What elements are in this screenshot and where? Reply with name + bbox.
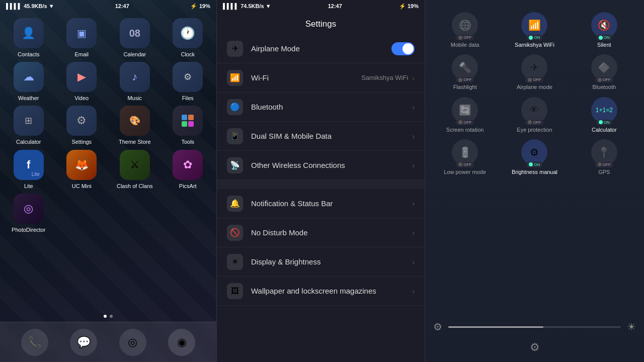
settings-label-bluetooth: Bluetooth: [251, 103, 412, 111]
settings-icon-dualsim: 📱: [227, 128, 243, 144]
qs-toggle-flashlight: OFF: [456, 77, 474, 82]
dock-phone[interactable]: 📞: [21, 329, 48, 356]
signal-icon: ▌▌▌▌: [6, 3, 22, 9]
chevron-dualsim: ›: [412, 132, 415, 140]
settings-list: ✈Airplane Mode📶Wi-FiSamikshya WiFi›🔵Blue…: [217, 34, 425, 362]
qs-item-eyeprotection[interactable]: 👁OFFEye protection: [503, 97, 566, 133]
qs-item-silent[interactable]: 🔇ONSilent: [573, 12, 636, 48]
app-tools[interactable]: Tools: [164, 106, 213, 145]
settings-signal: ▌▌▌▌: [223, 3, 238, 9]
qs-brightness-icon[interactable]: ☀: [627, 321, 636, 333]
app-photodirector[interactable]: ◎PhotoDirector: [4, 194, 53, 233]
qs-toggle-dot-flashlight: [458, 78, 462, 82]
app-calculator[interactable]: ⊞Calculator: [4, 106, 53, 145]
qs-toggle-screenrotation: OFF: [456, 120, 474, 125]
app-icon-clock: 🕐: [173, 18, 203, 48]
app-label-files: Files: [182, 95, 194, 102]
page-dots: [0, 311, 216, 322]
home-time: 12:47: [115, 3, 129, 9]
settings-item-display[interactable]: ☀Display & Brightness›: [217, 247, 425, 277]
app-files[interactable]: ⚙Files: [164, 62, 213, 102]
qs-label-calculator: Calculator: [592, 126, 617, 133]
qs-icon-samikshyawifi: 📶ON: [521, 12, 547, 38]
home-screen: ▌▌▌▌ 45.9KB/s ▼ 12:47 ⚡ 19% 👤Contacts▣Em…: [0, 0, 216, 362]
dock-messages[interactable]: 💬: [70, 329, 97, 356]
app-weather[interactable]: ☁Weather: [4, 62, 53, 102]
quick-settings-grid: 🌐OFFMobile data📶ONSamikshya WiFi🔇ONSilen…: [433, 12, 636, 175]
app-calendar[interactable]: 08Calendar: [110, 18, 159, 58]
app-contacts[interactable]: 👤Contacts: [4, 18, 53, 58]
qs-item-samikshyawifi[interactable]: 📶ONSamikshya WiFi: [503, 12, 566, 48]
qs-toggle-dot-calculator: [599, 120, 603, 124]
brightness-bar[interactable]: [448, 326, 621, 328]
settings-item-bluetooth[interactable]: 🔵Bluetooth›: [217, 93, 425, 122]
app-lite[interactable]: fLiteLite: [4, 150, 53, 190]
status-left: ▌▌▌▌ 45.9KB/s ▼: [6, 3, 54, 9]
app-label-email: Email: [74, 51, 89, 58]
chevron-wallpaper: ›: [412, 287, 415, 295]
settings-item-wallpaper[interactable]: 🖼Wallpaper and lockscreen magazines›: [217, 277, 425, 306]
qs-item-bluetooth[interactable]: 🔷OFFBluetooth: [573, 54, 636, 90]
settings-item-airplane[interactable]: ✈Airplane Mode: [217, 34, 425, 63]
settings-icon-wallpaper: 🖼: [227, 283, 243, 299]
qs-icon-glyph-airplanemode: ✈: [530, 61, 539, 73]
settings-icon-notification: 🔔: [227, 196, 243, 212]
qs-gear-bottom[interactable]: ⚙: [530, 341, 540, 354]
settings-item-notification[interactable]: 🔔Notification & Status Bar›: [217, 189, 425, 218]
qs-icon-airplanemode: ✈OFF: [521, 54, 547, 80]
settings-item-otherwireless[interactable]: 📡Other Wireless Connections›: [217, 151, 425, 180]
toggle-knob-airplane: [403, 43, 414, 54]
app-icon-settings: ⚙: [66, 106, 97, 136]
app-picsart[interactable]: ✿PicsArt: [164, 150, 213, 190]
dock-browser[interactable]: ◉: [168, 329, 195, 356]
settings-speed: 74.5KB/s ▼: [240, 3, 271, 9]
qs-item-flashlight[interactable]: 🔦OFFFlashlight: [433, 54, 497, 90]
app-video[interactable]: ▶Video: [57, 62, 107, 102]
qs-toggle-samikshyawifi: ON: [526, 35, 542, 40]
qs-icon-glyph-mobiledata: 🌐: [459, 19, 471, 31]
settings-value-wifi: Samikshya WiFi: [361, 74, 408, 81]
qs-item-brightness[interactable]: ⚙ONBrightness manual: [503, 139, 566, 175]
qs-toggle-dot-screenrotation: [458, 120, 462, 124]
qs-icon-brightness: ⚙ON: [521, 139, 547, 165]
toggle-airplane[interactable]: [391, 42, 415, 55]
app-coc[interactable]: ⚔Clash of Clans: [110, 150, 159, 190]
settings-time: 12:47: [328, 3, 342, 9]
page-dot-1[interactable]: [104, 315, 107, 318]
qs-item-airplanemode[interactable]: ✈OFFAirplane mode: [503, 54, 566, 90]
app-settings[interactable]: ⚙Settings: [57, 106, 107, 145]
qs-icon-glyph-gps: 📍: [598, 146, 610, 158]
app-icon-calculator: ⊞: [14, 106, 44, 136]
dock: 📞 💬 ◎ ◉: [0, 322, 216, 362]
app-music[interactable]: ♪Music: [110, 62, 159, 102]
app-icon-email: ▣: [66, 18, 97, 48]
dock-camera[interactable]: ◎: [119, 329, 146, 356]
app-themestore[interactable]: 🎨Theme Store: [110, 106, 159, 145]
app-clock[interactable]: 🕐Clock: [164, 18, 213, 58]
qs-icon-silent: 🔇ON: [591, 12, 617, 38]
qs-item-screenrotation[interactable]: 🔄OFFScreen rotation: [433, 97, 497, 133]
app-ucmini[interactable]: 🦊UC Mini: [57, 150, 107, 190]
app-label-clock: Clock: [181, 51, 195, 58]
qs-toggle-gps: OFF: [595, 162, 613, 167]
app-icon-contacts: 👤: [14, 18, 44, 48]
qs-item-mobiledata[interactable]: 🌐OFFMobile data: [433, 12, 497, 48]
settings-item-nodisturb[interactable]: 🚫No Disturb Mode›: [217, 218, 425, 247]
qs-icon-glyph-flashlight: 🔦: [459, 61, 471, 73]
page-dot-2[interactable]: [110, 315, 113, 318]
settings-item-dualsim[interactable]: 📱Dual SIM & Mobile Data›: [217, 122, 425, 151]
app-label-photodirector: PhotoDirector: [12, 227, 45, 233]
settings-item-wifi[interactable]: 📶Wi-FiSamikshya WiFi›: [217, 63, 425, 93]
qs-toggle-dot-airplanemode: [528, 78, 532, 82]
qs-label-flashlight: Flashlight: [453, 83, 477, 90]
qs-icon-lowpower: 🔋OFF: [452, 139, 478, 165]
qs-item-gps[interactable]: 📍OFFGPS: [573, 139, 636, 175]
app-label-themestore: Theme Store: [119, 139, 151, 145]
qs-settings-icon[interactable]: ⚙: [433, 321, 442, 333]
qs-item-lowpower[interactable]: 🔋OFFLow power mode: [433, 139, 497, 175]
app-email[interactable]: ▣Email: [57, 18, 107, 58]
qs-toggle-dot-samikshyawifi: [529, 36, 533, 40]
qs-toggle-dot-silent: [599, 36, 603, 40]
app-icon-tools: [173, 106, 203, 136]
qs-item-calculator[interactable]: 1+1=2ONCalculator: [573, 97, 636, 133]
